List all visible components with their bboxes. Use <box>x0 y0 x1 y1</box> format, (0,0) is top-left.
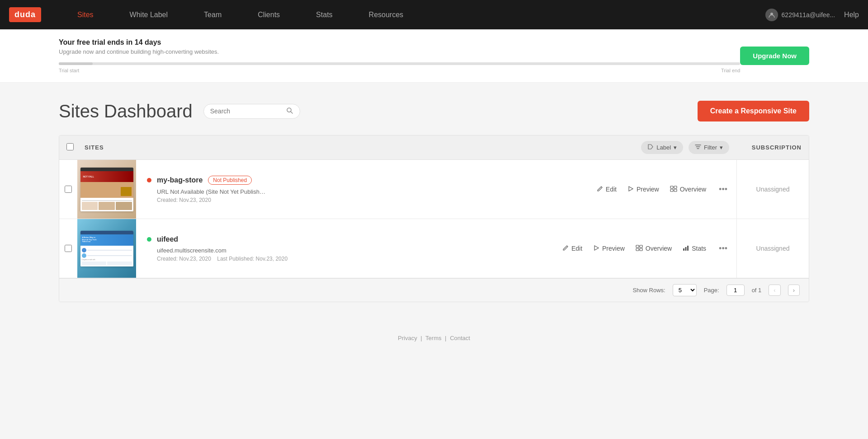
sites-column-header: SITES <box>85 144 641 151</box>
create-site-button[interactable]: Create a Responsive Site <box>698 101 809 121</box>
table-header-actions: Label ▾ Filter ▾ <box>641 141 729 154</box>
page-label: Page: <box>704 287 719 294</box>
site-1-url: URL Not Available (Site Not Yet Publish… <box>147 188 579 195</box>
mini-header <box>80 168 133 171</box>
site-2-checkbox[interactable] <box>65 245 72 252</box>
trial-subtitle: Upgrade now and continue building high-c… <box>59 48 740 55</box>
site-2-edit-button[interactable]: Edit <box>562 245 582 252</box>
site-2-dates: Created: Nov.23, 2020 Last Published: No… <box>147 256 544 262</box>
preview-icon-2 <box>593 245 599 252</box>
trial-progress-fill <box>59 62 93 65</box>
terms-link[interactable]: Terms <box>425 335 441 341</box>
preview-label-2: Preview <box>602 245 625 252</box>
search-button[interactable] <box>286 107 293 116</box>
site-2-actions: Edit Preview <box>555 219 736 278</box>
contact-link[interactable]: Contact <box>450 335 470 341</box>
site-1-name: my-bag-store <box>157 176 203 184</box>
select-all-checkbox[interactable] <box>66 143 74 150</box>
svg-marker-3 <box>629 187 633 191</box>
site-2-preview-button[interactable]: Preview <box>593 245 625 252</box>
search-input[interactable] <box>210 107 283 115</box>
prev-page-button[interactable]: ‹ <box>769 285 780 296</box>
trial-labels: Trial start Trial end <box>59 68 740 73</box>
overview-icon-2 <box>636 245 643 252</box>
trial-title: Your free trial ends in 14 days <box>59 38 740 47</box>
footer-sep-1: | <box>420 335 422 341</box>
table-row: NOT FALL <box>59 160 809 219</box>
svg-rect-11 <box>636 248 639 251</box>
nav-team[interactable]: Team <box>186 0 240 29</box>
site-2-stats-button[interactable]: Stats <box>683 245 706 252</box>
preview-icon <box>627 186 634 193</box>
rows-per-page-select[interactable]: 5 10 25 50 <box>673 284 697 296</box>
site-1-actions: Edit Preview <box>590 160 736 219</box>
svg-line-2 <box>291 112 292 113</box>
svg-rect-14 <box>685 247 687 251</box>
site-2-more-button[interactable]: ••• <box>717 242 729 255</box>
site-1-preview-button[interactable]: Preview <box>627 186 659 193</box>
mini-header-2 <box>80 231 133 234</box>
upgrade-button[interactable]: Upgrade Now <box>740 47 809 65</box>
site-1-thumbnail: NOT FALL <box>77 160 136 219</box>
table-header: SITES Label ▾ <box>59 135 809 160</box>
navbar-right: 6229411a@uifee... Help <box>765 9 859 21</box>
site-1-checkbox[interactable] <box>65 186 72 193</box>
site-1-dates: Created: Nov.23, 2020 <box>147 197 579 203</box>
site-2-url: uifeed.multiscreensite.com <box>147 247 544 254</box>
mini-hero-2: A Better Way toRecruit Top TechTalent to… <box>80 234 133 246</box>
show-rows-label: Show Rows: <box>632 287 665 294</box>
trial-start-label: Trial start <box>59 68 79 73</box>
site-2-mini-preview: A Better Way toRecruit Top TechTalent to… <box>80 231 133 266</box>
row-checkbox-2 <box>59 219 77 278</box>
overview-icon <box>670 186 677 193</box>
next-page-button[interactable]: › <box>788 285 800 296</box>
user-menu[interactable]: 6229411a@uifee... <box>765 9 835 21</box>
user-avatar-icon <box>765 9 778 21</box>
svg-rect-10 <box>640 245 642 248</box>
site-1-edit-button[interactable]: Edit <box>597 186 617 193</box>
nav-links: Sites White Label Team Clients Stats Res… <box>59 0 765 29</box>
stats-icon <box>683 245 689 252</box>
nav-resources[interactable]: Resources <box>351 0 421 29</box>
site-1-subscription: Unassigned <box>736 160 809 219</box>
help-link[interactable]: Help <box>844 11 859 19</box>
nav-whitelabel[interactable]: White Label <box>112 0 186 29</box>
svg-rect-12 <box>640 248 642 251</box>
overview-label-2: Overview <box>646 245 672 252</box>
navbar: duda Sites White Label Team Clients Stat… <box>0 0 868 29</box>
privacy-link[interactable]: Privacy <box>398 335 417 341</box>
site-2-name: uifeed <box>157 235 178 243</box>
nav-sites[interactable]: Sites <box>59 0 112 29</box>
overview-label: Overview <box>680 186 706 193</box>
edit-icon-2 <box>562 245 569 252</box>
svg-marker-8 <box>594 246 599 250</box>
svg-rect-15 <box>687 246 689 251</box>
trial-banner: Your free trial ends in 14 days Upgrade … <box>0 29 868 83</box>
row-checkbox-1 <box>59 160 77 219</box>
site-1-more-button[interactable]: ••• <box>717 183 729 196</box>
site-1-overview-button[interactable]: Overview <box>670 186 706 193</box>
dashboard-header: Sites Dashboard Create a Responsive Site <box>59 101 809 121</box>
dashboard-title: Sites Dashboard <box>59 101 193 121</box>
nav-stats[interactable]: Stats <box>298 0 350 29</box>
site-1-mini-preview: NOT FALL <box>80 168 133 211</box>
nav-clients[interactable]: Clients <box>240 0 298 29</box>
label-chevron-icon: ▾ <box>674 144 677 151</box>
page-number-input[interactable] <box>726 285 745 296</box>
logo[interactable]: duda <box>9 7 41 22</box>
site-1-status-dot <box>147 178 151 182</box>
trial-end-label: Trial end <box>721 68 740 73</box>
filter-icon <box>695 144 701 151</box>
site-1-thumbnail-image: NOT FALL <box>77 160 136 219</box>
table-row: A Better Way toRecruit Top TechTalent to… <box>59 219 809 278</box>
svg-rect-6 <box>670 189 673 191</box>
filter-chevron-icon: ▾ <box>720 144 723 151</box>
footer-sep-2: | <box>445 335 446 341</box>
filter-button[interactable]: Filter ▾ <box>689 141 729 154</box>
filter-button-text: Filter <box>704 144 717 151</box>
site-2-overview-button[interactable]: Overview <box>636 245 672 252</box>
svg-rect-5 <box>674 186 677 188</box>
label-button[interactable]: Label ▾ <box>641 141 683 154</box>
search-icon <box>286 107 293 116</box>
search-box <box>203 104 300 119</box>
